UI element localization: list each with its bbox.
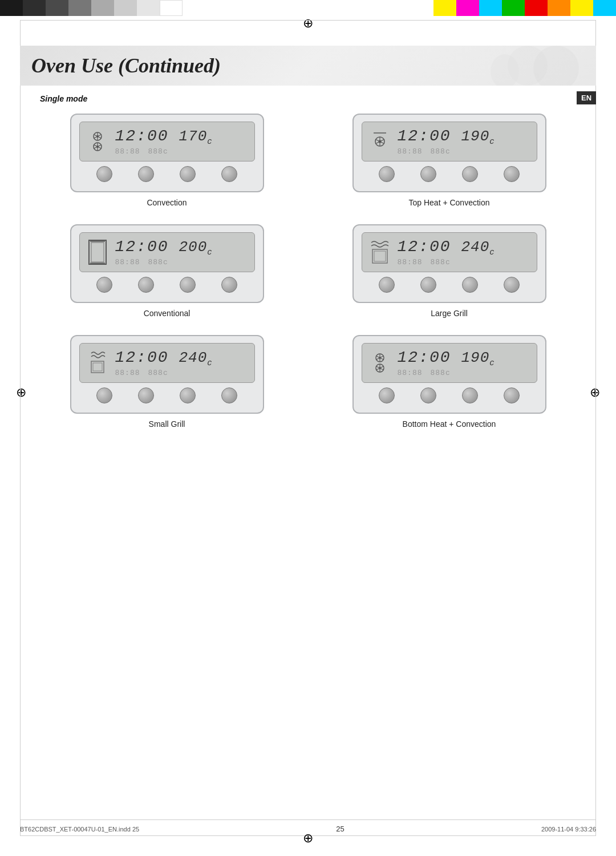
temp-conventional: 200c xyxy=(179,239,213,257)
svg-point-36 xyxy=(379,367,381,369)
icon-fan-double-bottom xyxy=(368,348,392,378)
screen-large-grill: 12:00 240c 88:88 888c xyxy=(362,232,537,272)
knob4 xyxy=(504,166,520,182)
display-conventional: 12:00 200c 88:88 888c xyxy=(70,224,264,303)
svg-rect-20 xyxy=(91,243,104,262)
time-convection: 12:00 xyxy=(115,127,169,145)
swatch-red xyxy=(525,0,548,16)
readings-top-heat: 12:00 190c 88:88 888c xyxy=(398,127,531,156)
screen-top-heat: 12:00 190c 88:88 888c xyxy=(362,122,537,161)
readings-small-grill: 12:00 240c 88:88 888c xyxy=(115,349,249,377)
knob1 xyxy=(379,277,395,293)
knob2 xyxy=(138,387,154,403)
screen-conventional: 12:00 200c 88:88 888c xyxy=(79,232,255,272)
swatch-cyan2 xyxy=(593,0,616,16)
en-badge: EN xyxy=(577,91,596,104)
knobs-convection xyxy=(79,166,255,182)
seg2-convection: 888c xyxy=(148,147,168,156)
swatch-lighter-gray xyxy=(114,0,137,16)
swatch-light-gray xyxy=(91,0,114,16)
display-top-heat: 12:00 190c 88:88 888c xyxy=(352,114,546,192)
seg1-small-grill: 88:88 xyxy=(115,369,140,377)
footer-datetime: 2009-11-04 9:33:26 xyxy=(541,826,596,833)
seg2-small-grill: 888c xyxy=(148,369,168,377)
svg-point-31 xyxy=(379,357,381,359)
knob4 xyxy=(504,277,520,293)
label-conventional: Conventional xyxy=(144,309,191,318)
grill-small-svg xyxy=(87,349,108,377)
fan-double-bottom-svg xyxy=(369,352,391,374)
section-title: Single mode xyxy=(40,94,576,103)
panel-large-grill: 12:00 240c 88:88 888c xyxy=(322,224,576,318)
svg-rect-23 xyxy=(372,249,387,263)
temp-bottom-heat: 190c xyxy=(461,349,495,368)
swatch-very-light xyxy=(137,0,160,16)
seg2-conventional: 888c xyxy=(148,258,168,267)
svg-point-12 xyxy=(96,146,99,148)
time-bottom-heat: 12:00 xyxy=(398,349,451,366)
knob4 xyxy=(504,387,520,403)
icon-fan-single xyxy=(368,127,392,156)
icon-grill-small xyxy=(86,348,110,378)
label-large-grill: Large Grill xyxy=(431,309,468,318)
knob1 xyxy=(379,166,395,182)
knob2 xyxy=(138,166,154,182)
label-small-grill: Small Grill xyxy=(149,419,185,429)
fan-icon-svg xyxy=(87,131,108,152)
label-top-heat: Top Heat + Convection xyxy=(408,198,489,207)
panel-conventional: 12:00 200c 88:88 888c xyxy=(40,224,294,318)
readings-conventional: 12:00 200c 88:88 888c xyxy=(115,238,249,267)
knob4 xyxy=(221,166,237,182)
knob1 xyxy=(379,387,395,403)
temp-top-heat: 190c xyxy=(461,128,495,146)
screen-convection: 12:00 170c 88:88 888c xyxy=(79,122,255,161)
swatch-mid-gray xyxy=(68,0,91,16)
knob3 xyxy=(180,387,196,403)
main-content: Single mode xyxy=(40,94,576,429)
readings-convection: 12:00 170c 88:88 888c xyxy=(115,127,249,156)
readings-large-grill: 12:00 240c 88:88 888c xyxy=(398,238,531,267)
seg1-bottom-heat: 88:88 xyxy=(398,369,423,377)
swatch-dark-gray xyxy=(46,0,68,16)
knob2 xyxy=(138,277,154,293)
knob4 xyxy=(221,277,237,293)
knob2 xyxy=(420,166,436,182)
display-convection: 12:00 170c 88:88 888c xyxy=(70,114,264,192)
swatch-black2 xyxy=(23,0,46,16)
knobs-bottom-heat xyxy=(362,387,537,403)
display-bottom-heat: 12:00 190c 88:88 888c xyxy=(352,335,546,414)
page-title: Oven Use (Continued) xyxy=(31,54,221,77)
svg-point-7 xyxy=(96,135,99,138)
svg-rect-24 xyxy=(374,251,386,261)
panel-bottom-heat: 12:00 190c 88:88 888c xyxy=(322,335,576,429)
crosshair-bottom: ⊕ xyxy=(303,831,313,846)
knobs-top-heat xyxy=(362,166,537,182)
knobs-large-grill xyxy=(362,277,537,293)
time-small-grill: 12:00 xyxy=(115,349,169,366)
seg2-bottom-heat: 888c xyxy=(431,369,451,377)
knob3 xyxy=(180,277,196,293)
knobs-small-grill xyxy=(79,387,255,403)
swatch-green xyxy=(502,0,525,16)
seg2-top-heat: 888c xyxy=(431,147,451,156)
knob3 xyxy=(462,277,478,293)
temp-convection: 170c xyxy=(179,128,213,146)
panel-convection: 12:00 170c 88:88 888c xyxy=(40,114,294,207)
seg1-top-heat: 88:88 xyxy=(398,147,423,156)
swatch-orange xyxy=(548,0,570,16)
page-number: 25 xyxy=(336,825,344,833)
knob3 xyxy=(462,166,478,182)
knob1 xyxy=(96,277,112,293)
footer-filename: BT62CDBST_XET-00047U-01_EN.indd 25 xyxy=(20,826,139,833)
seg1-conventional: 88:88 xyxy=(115,258,140,267)
temp-small-grill: 240c xyxy=(179,349,213,368)
panel-top-heat: 12:00 190c 88:88 888c xyxy=(322,114,576,207)
time-top-heat: 12:00 xyxy=(398,127,451,145)
seg1-convection: 88:88 xyxy=(115,147,140,156)
knob1 xyxy=(96,166,112,182)
swatch-white xyxy=(160,0,183,16)
readings-bottom-heat: 12:00 190c 88:88 888c xyxy=(398,349,531,377)
knobs-conventional xyxy=(79,277,255,293)
label-convection: Convection xyxy=(147,198,187,207)
display-small-grill: 12:00 240c 88:88 888c xyxy=(70,335,264,414)
